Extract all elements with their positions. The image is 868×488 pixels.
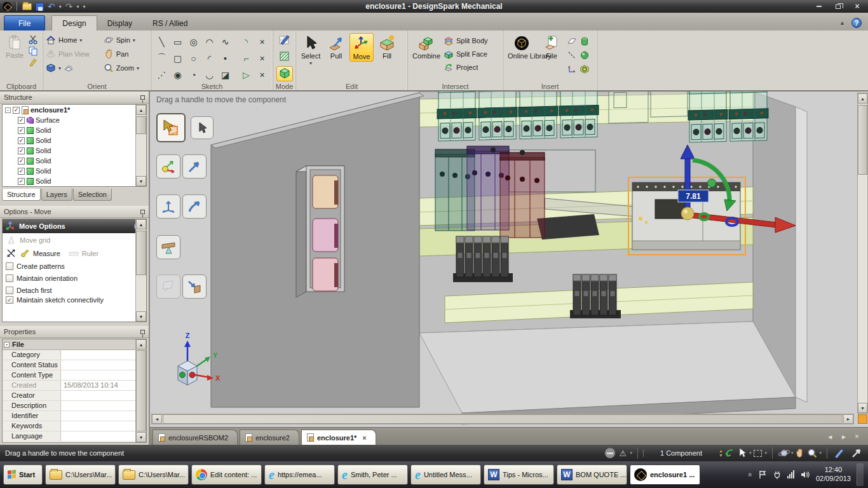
sketch-tool-construction-line-icon[interactable]: ⋰ [155,68,169,82]
selection-filter-icon[interactable]: ▲▼ [719,449,723,458]
app-icon[interactable] [3,2,11,11]
tree-checkbox[interactable]: ✓ [18,117,25,124]
sketch-move-tool-button[interactable] [156,274,180,299]
sketch-tool-split-icon[interactable]: × [255,51,269,65]
tab-structure[interactable]: Structure [2,189,41,201]
property-value[interactable] [61,391,146,400]
toolbar-options-icon[interactable]: ▾ [83,4,86,10]
tree-checkbox[interactable]: ✓ [18,168,25,175]
undo-dropdown-icon[interactable]: ▾ [59,4,62,10]
insert-file-button[interactable]: File [539,33,564,81]
taskbar-ie-2[interactable]: eSmith, Peter ... [337,464,408,485]
tree-item-label[interactable]: Solid [36,126,51,134]
tree-checkbox[interactable]: ✓ [13,107,20,114]
property-value[interactable] [61,431,146,441]
doc-tab-enclosure2[interactable]: enclosure2 [240,430,299,445]
sketch-tool-point-icon[interactable]: • [219,51,233,65]
plan-view-button[interactable]: Plan View [46,48,98,60]
tree-root-label[interactable]: enclosure1* [31,106,70,114]
open-icon[interactable] [22,3,32,10]
select-button[interactable]: Select ▾ [299,33,323,67]
insert-sphere-icon[interactable] [580,50,590,60]
tab-selection[interactable]: Selection [73,189,112,201]
scroll-down-icon[interactable]: ▼ [136,176,146,186]
sketch-tool-spline-icon[interactable]: ∿ [219,35,233,49]
measure-label[interactable]: Measure [33,250,60,257]
tab-design[interactable]: Design [51,15,97,30]
show-desktop-button[interactable] [857,463,864,486]
undo-icon[interactable]: ↶ [48,3,55,10]
sketch-tool-three-point-circle-icon[interactable]: ○ [187,51,201,65]
doc-tab-enclosureRSBOM2[interactable]: enclosureRSBOM2 [153,430,238,445]
sketch-tool-offset-icon[interactable]: ▷ [240,68,254,82]
sketch-tool-fill-region-icon[interactable]: ◪ [219,68,233,82]
scroll-down-icon[interactable]: ▼ [136,432,146,442]
redo-icon[interactable]: ↷ [65,3,73,10]
selection-box-icon[interactable] [754,450,762,457]
tree-item-label[interactable]: Surface [36,116,60,124]
property-value[interactable] [61,411,146,421]
action-center-flag-icon[interactable] [758,470,767,479]
collapse-ribbon-icon[interactable]: ▲ [839,20,845,26]
cursor-tool-icon[interactable] [736,447,749,459]
tree-checkbox[interactable]: ✓ [18,158,25,165]
close-button[interactable]: × [849,2,865,11]
sketch-tool-trim-icon[interactable]: × [255,35,269,49]
paste-button[interactable]: Paste [3,32,27,81]
tree-item-label[interactable]: Solid [36,157,51,165]
contactor-red[interactable] [500,152,545,238]
power-plug-icon[interactable] [773,470,782,479]
sketch-pencil-icon[interactable] [832,447,845,459]
combine-button[interactable]: Combine [410,33,442,81]
insert-plane-icon[interactable] [567,36,577,46]
free-move-icon[interactable] [6,248,17,259]
detach-first-option[interactable]: Detach first [3,284,146,296]
tab-scroll-left-icon[interactable]: ◄ [827,433,833,440]
sketch-tool-bend-icon[interactable]: ⌐ [240,51,254,65]
property-value[interactable] [61,421,146,431]
sketch-mode-button[interactable] [276,32,293,48]
move-handle-tool-button[interactable] [156,113,186,142]
doc-tab-enclosure1[interactable]: enclosure1*× [301,430,376,445]
move-grid-option[interactable]: Move grid [3,233,146,247]
insert-cylinder-icon[interactable] [580,36,590,46]
tree-checkbox[interactable]: ✓ [18,178,25,185]
horizontal-scrollbar[interactable]: ◄ ► [151,414,854,424]
handle-origin-sphere[interactable] [681,207,694,220]
options-scrollbar[interactable]: ▲ ▼ [135,219,146,322]
sketch-tool-sweep-arc-icon[interactable]: ◜ [203,51,217,65]
sketch-tool-delete-icon[interactable]: × [255,68,269,82]
sketch-tool-circle-icon[interactable]: ◎ [187,35,201,49]
tab-close-icon[interactable]: × [855,432,859,441]
format-painter-icon[interactable] [28,57,38,67]
property-value[interactable] [61,350,146,360]
sketch-tool-rectangle-icon[interactable]: ▭ [171,35,185,49]
pointer-ne-icon[interactable] [850,447,863,459]
select-tool-button[interactable] [191,116,214,139]
start-button[interactable]: Start [3,464,43,485]
scroll-up-icon[interactable]: ▲ [136,339,146,349]
spin-view-icon[interactable] [778,447,790,459]
speaker-icon[interactable] [800,470,810,479]
scroll-down-icon[interactable]: ▼ [858,403,867,413]
structure-scrollbar[interactable]: ▲ ▼ [135,105,146,186]
checkbox[interactable] [6,262,13,270]
viewport-corner-handle[interactable] [858,414,867,424]
move-to-tool-button[interactable] [182,274,207,299]
sketch-tool-three-point-arc-icon[interactable]: ◡ [203,68,217,82]
move-button[interactable]: Move [349,33,374,62]
taskbar-ie-1[interactable]: ehttps://emea... [264,464,335,485]
tree-item-label[interactable]: Solid [36,147,51,154]
fill-button[interactable]: Fill [375,33,399,60]
zoom-dropdown-icon[interactable]: ▾ [819,451,822,456]
zoom-view-icon[interactable] [806,447,818,459]
insert-axes-icon[interactable] [567,64,577,74]
measure-icon[interactable] [20,248,30,259]
taskbar-folder-2[interactable]: C:\Users\Mar... [118,464,189,485]
pin-icon[interactable] [140,95,145,100]
tree-item-label[interactable]: Solid [36,167,51,175]
scroll-left-icon[interactable]: ◄ [152,414,162,424]
solid-mode-button[interactable] [276,66,293,81]
scroll-down-icon[interactable]: ▼ [136,311,146,322]
selection-dropdown-icon[interactable]: ▾ [764,451,767,456]
